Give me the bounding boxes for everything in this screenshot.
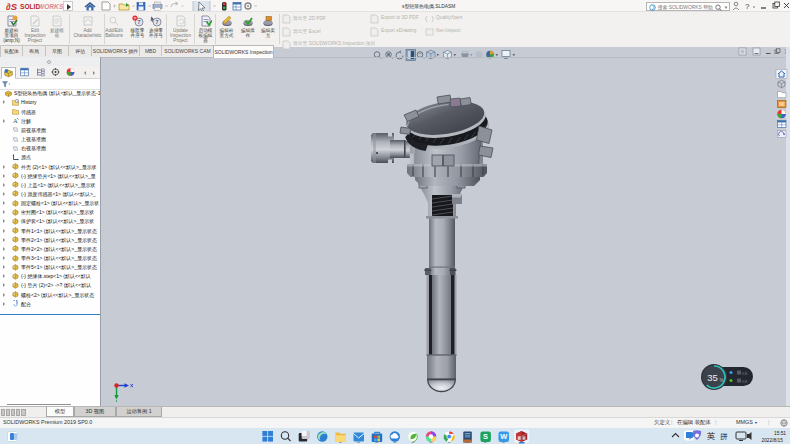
svg-text:英: 英 (706, 431, 716, 441)
svg-text:15:51: 15:51 (774, 431, 786, 436)
svg-text:2022/8/15: 2022/8/15 (762, 438, 784, 443)
svg-text:?: ? (745, 2, 750, 11)
svg-text:W: W (500, 432, 508, 441)
svg-text:搜索 SOLIDWORKS 帮助: 搜索 SOLIDWORKS 帮助 (658, 4, 714, 11)
svg-text:KB: KB (742, 379, 748, 384)
svg-text:S: S (483, 432, 488, 441)
svg-text:拼: 拼 (720, 432, 728, 441)
svg-text:KB: KB (742, 371, 748, 376)
svg-text:%: % (720, 378, 724, 383)
svg-text:WORKS: WORKS (38, 3, 64, 10)
svg-text:35: 35 (707, 372, 718, 383)
svg-text:∂S: ∂S (6, 1, 18, 12)
